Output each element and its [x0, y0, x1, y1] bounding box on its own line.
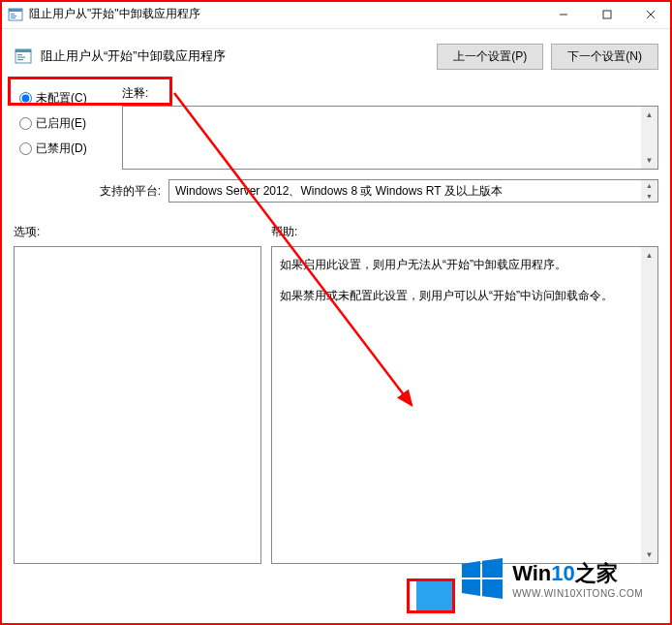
- options-label: 选项:: [14, 224, 271, 240]
- radio-enabled[interactable]: 已启用(E): [14, 110, 110, 136]
- svg-rect-6: [603, 11, 611, 18]
- radio-disabled-label: 已禁用(D): [36, 141, 87, 157]
- watermark: Win10之家 WWW.WIN10XITONG.COM: [460, 556, 643, 601]
- svg-rect-13: [17, 59, 23, 60]
- radio-enabled-input[interactable]: [19, 117, 32, 130]
- previous-setting-button[interactable]: 上一个设置(P): [437, 44, 543, 70]
- radio-not-configured-label: 未配置(C): [36, 90, 87, 107]
- close-button[interactable]: [628, 0, 672, 28]
- platform-textbox: Windows Server 2012、Windows 8 或 Windows …: [168, 179, 658, 203]
- help-scrollbar[interactable]: ▲ ▼: [641, 247, 657, 563]
- comment-textbox[interactable]: ▲ ▼: [122, 106, 658, 170]
- scroll-up-icon[interactable]: ▲: [641, 180, 657, 191]
- scroll-down-icon[interactable]: ▼: [641, 191, 657, 202]
- comment-scrollbar[interactable]: ▲ ▼: [641, 107, 657, 169]
- svg-rect-3: [11, 16, 16, 16]
- radio-enabled-label: 已启用(E): [36, 115, 86, 132]
- policy-title: 阻止用户从“开始”中卸载应用程序: [41, 47, 429, 65]
- window-title: 阻止用户从"开始"中卸载应用程序: [29, 6, 541, 22]
- scroll-down-icon[interactable]: ▼: [641, 152, 657, 169]
- help-pane: 如果启用此设置，则用户无法从“开始”中卸载应用程序。 如果禁用或未配置此设置，则…: [271, 246, 658, 564]
- windows-logo-icon: [460, 556, 504, 601]
- comment-label: 注释:: [122, 85, 658, 102]
- radio-not-configured-input[interactable]: [19, 92, 32, 105]
- watermark-title: Win10之家: [512, 559, 643, 588]
- platform-value: Windows Server 2012、Windows 8 或 Windows …: [175, 183, 503, 200]
- window-controls: [541, 0, 672, 28]
- svg-rect-12: [17, 57, 25, 58]
- app-icon: [8, 7, 23, 22]
- radio-group: 未配置(C) 已启用(E) 已禁用(D): [14, 85, 110, 161]
- svg-rect-2: [11, 14, 15, 15]
- radio-not-configured[interactable]: 未配置(C): [14, 85, 110, 110]
- svg-rect-10: [15, 49, 31, 52]
- help-paragraph-1: 如果启用此设置，则用户无法从“开始”中卸载应用程序。: [280, 255, 636, 274]
- watermark-url: WWW.WIN10XITONG.COM: [512, 588, 643, 599]
- platform-scrollbar[interactable]: ▲ ▼: [641, 180, 657, 202]
- next-setting-button[interactable]: 下一个设置(N): [551, 44, 658, 70]
- help-paragraph-2: 如果禁用或未配置此设置，则用户可以从“开始”中访问卸载命令。: [280, 286, 636, 305]
- svg-rect-11: [17, 54, 22, 55]
- header-row: 阻止用户从“开始”中卸载应用程序 上一个设置(P) 下一个设置(N): [14, 39, 658, 74]
- svg-rect-4: [11, 17, 15, 18]
- annotation-badge-highlight: [407, 578, 455, 613]
- help-label: 帮助:: [271, 224, 658, 240]
- scroll-up-icon[interactable]: ▲: [641, 107, 657, 123]
- platform-label: 支持的平台:: [14, 183, 168, 200]
- titlebar: 阻止用户从"开始"中卸载应用程序: [0, 0, 672, 29]
- svg-rect-1: [9, 9, 22, 12]
- options-pane: [14, 246, 261, 564]
- minimize-button[interactable]: [541, 0, 585, 28]
- radio-disabled[interactable]: 已禁用(D): [14, 136, 110, 161]
- maximize-button[interactable]: [585, 0, 628, 28]
- radio-disabled-input[interactable]: [19, 142, 32, 155]
- policy-icon: [14, 47, 33, 66]
- scroll-up-icon[interactable]: ▲: [641, 247, 657, 264]
- scroll-down-icon[interactable]: ▼: [641, 547, 657, 563]
